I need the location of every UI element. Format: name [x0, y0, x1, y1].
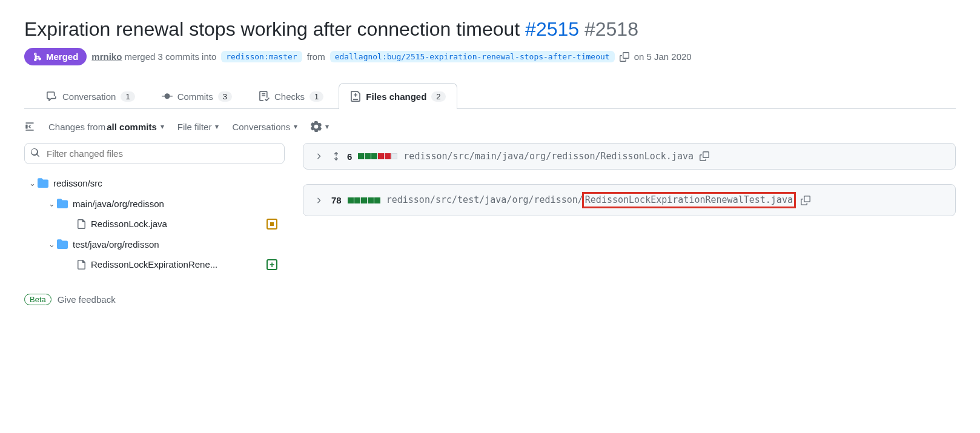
merged-badge: Merged [24, 48, 87, 65]
git-merge-icon [33, 52, 42, 62]
pr-number: #2518 [584, 18, 638, 40]
diff-stat-squares [348, 197, 380, 203]
tab-commits[interactable]: Commits 3 [150, 83, 243, 109]
tree-folder-test[interactable]: ⌄ test/java/org/redisson [24, 234, 285, 254]
copy-path-icon[interactable] [700, 151, 709, 161]
diff-main: 6redisson/src/main/java/org/redisson/Red… [303, 143, 956, 231]
give-feedback-link[interactable]: Give feedback [58, 294, 116, 305]
chevron-right-icon[interactable] [312, 196, 325, 205]
added-badge-icon [267, 259, 277, 270]
tree-folder-label: main/java/org/redisson [73, 199, 164, 209]
tree-folder-root[interactable]: ⌄ redisson/src [24, 173, 285, 193]
git-commit-icon [162, 91, 173, 102]
expand-all-icon[interactable] [331, 151, 341, 161]
file-tree-sidebar: ⌄ redisson/src ⌄ main/java/org/redisson … [24, 143, 285, 305]
tab-label: Files changed [366, 91, 426, 102]
checklist-icon [259, 91, 270, 102]
tab-count: 1 [121, 91, 134, 102]
tree-file-expirationtest[interactable]: RedissonLockExpirationRene... [24, 254, 285, 274]
conversations-dropdown[interactable]: Conversations [232, 122, 297, 132]
chevron-down-icon[interactable]: ⌄ [27, 179, 38, 188]
search-icon [30, 148, 40, 160]
tab-count: 2 [431, 91, 445, 102]
file-filter-dropdown[interactable]: File filter [177, 122, 219, 132]
chevron-down-icon[interactable]: ⌄ [46, 240, 57, 249]
file-diff-header: 6redisson/src/main/java/org/redisson/Red… [303, 143, 956, 170]
tree-file-redissonlock[interactable]: RedissonLock.java [24, 214, 285, 234]
pr-meta-row: Merged mrniko merged 3 commits into redi… [24, 48, 956, 65]
pr-title-text: Expiration renewal stops working after c… [24, 18, 520, 40]
chevron-down-icon[interactable]: ⌄ [46, 199, 57, 208]
file-path[interactable]: redisson/src/test/java/org/redisson/Redi… [386, 192, 795, 208]
diff-settings-dropdown[interactable] [311, 121, 329, 132]
sidebar-collapse-icon[interactable] [24, 121, 35, 132]
copy-path-icon[interactable] [801, 196, 810, 205]
tab-checks[interactable]: Checks 1 [247, 83, 335, 109]
diff-content: ⌄ redisson/src ⌄ main/java/org/redisson … [24, 143, 956, 305]
diff-toolbar: Changes from all commits File filter Con… [24, 121, 956, 143]
tab-conversation[interactable]: Conversation 1 [35, 83, 147, 109]
folder-icon [57, 198, 68, 209]
pr-title-row: Expiration renewal stops working after c… [24, 18, 956, 41]
file-path[interactable]: redisson/src/main/java/org/redisson/Redi… [403, 151, 694, 162]
author-link[interactable]: mrniko [91, 51, 122, 62]
linked-issue-link[interactable]: #2515 [525, 18, 579, 40]
modified-badge-icon [267, 219, 277, 230]
merge-date: on 5 Jan 2020 [634, 51, 692, 62]
pr-tabs: Conversation 1 Commits 3 Checks 1 Files … [24, 82, 956, 109]
file-diff-header: 78redisson/src/test/java/org/redisson/Re… [303, 184, 956, 216]
tab-files-changed[interactable]: Files changed 2 [339, 83, 457, 109]
diff-lines-count: 78 [331, 195, 342, 205]
feedback-row: Beta Give feedback [24, 294, 285, 305]
folder-icon [57, 239, 68, 250]
diff-stat-squares [358, 153, 397, 159]
from-text: from [307, 51, 325, 62]
tree-file-label: RedissonLock.java [91, 219, 167, 229]
base-branch[interactable]: redisson:master [221, 51, 302, 62]
chevron-right-icon[interactable] [312, 152, 325, 160]
tab-count: 1 [310, 91, 323, 102]
copy-branch-icon[interactable] [620, 52, 629, 62]
comment-discussion-icon [47, 91, 58, 102]
gear-icon [311, 121, 322, 132]
tree-folder-label: redisson/src [53, 178, 102, 188]
beta-badge: Beta [24, 294, 51, 305]
tree-file-label: RedissonLockExpirationRene... [91, 259, 217, 269]
file-icon [76, 219, 86, 229]
file-path-filename: RedissonLockExpirationRenewalTest.java [582, 192, 796, 208]
tab-count: 3 [218, 91, 232, 102]
tree-folder-label: test/java/org/redisson [73, 239, 159, 250]
merged-label: Merged [46, 51, 78, 62]
file-path-filename: RedissonLock.java [600, 151, 694, 162]
tab-label: Checks [274, 91, 305, 102]
filter-files-input[interactable] [24, 143, 285, 164]
meta-action-text: merged 3 commits into [125, 51, 217, 62]
head-branch[interactable]: edallagnol:bug/2515-expiration-renewal-s… [330, 51, 615, 62]
file-icon [76, 260, 86, 269]
tab-label: Conversation [62, 91, 116, 102]
tree-folder-main[interactable]: ⌄ main/java/org/redisson [24, 193, 285, 214]
changes-from-dropdown[interactable]: Changes from all commits [48, 122, 164, 132]
folder-icon [38, 177, 48, 188]
tab-label: Commits [177, 91, 213, 102]
file-diff-icon [350, 91, 361, 102]
diff-lines-count: 6 [347, 151, 352, 162]
